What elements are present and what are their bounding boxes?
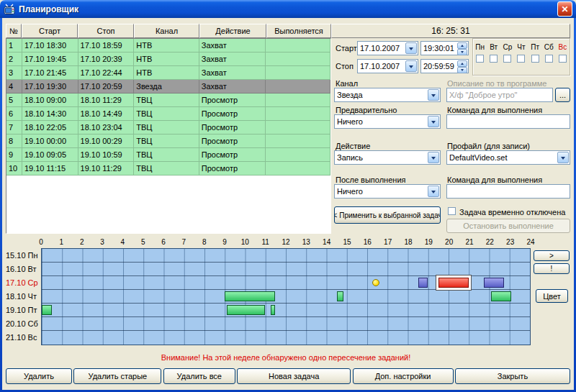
column-header[interactable]: №	[6, 24, 22, 38]
before-combo[interactable]: Ничего	[334, 114, 441, 129]
chevron-down-icon[interactable]	[428, 186, 439, 197]
task-bar-capture[interactable]	[418, 278, 428, 288]
task-row[interactable]: 618.10 14:3018.10 14:49ТВЦПросмотр	[6, 107, 330, 121]
hour-label: 22	[486, 238, 494, 246]
settings-button[interactable]: Доп. настройки	[353, 368, 454, 384]
timeline-row[interactable]	[42, 331, 530, 345]
delete-button[interactable]: Удалить	[6, 368, 72, 384]
task-cell: 19.10 11:29	[78, 162, 135, 176]
task-row[interactable]: 718.10 22:0518.10 23:04ТВЦПросмотр	[6, 121, 330, 135]
task-row[interactable]: 819.10 00:0019.10 00:29ТВЦПросмотр	[6, 135, 330, 148]
task-cell: Просмотр	[199, 135, 266, 148]
task-cell	[266, 162, 330, 176]
start-label: Старт	[336, 44, 357, 53]
task-cell: 17.10 21:45	[22, 66, 78, 80]
title-bar[interactable]: Планировщик ✕	[0, 0, 576, 18]
color-button[interactable]: Цвет	[536, 289, 568, 303]
task-bar-view[interactable]	[225, 291, 275, 301]
apply-button[interactable]: << Применить к выбранной задаче	[334, 206, 441, 224]
task-row[interactable]: 518.10 09:0018.10 11:29ТВЦПросмотр	[6, 94, 330, 107]
delete-all-button[interactable]: Удалить все	[163, 368, 235, 384]
task-bar-selected[interactable]	[438, 278, 469, 288]
spinner-up-icon[interactable]	[457, 60, 467, 67]
weekday-checkbox[interactable]	[559, 55, 567, 63]
task-row[interactable]: 317.10 21:4517.10 22:44НТВЗахват	[6, 66, 330, 80]
chevron-down-icon[interactable]	[557, 152, 569, 163]
stop-date-combo[interactable]: 17.10.2007	[357, 59, 418, 73]
task-row[interactable]: 417.10 19:3017.10 20:59ЗвездаЗахват	[6, 80, 330, 94]
spinner-down-icon[interactable]	[457, 67, 467, 73]
weekday-checkbox[interactable]	[490, 55, 498, 63]
browse-button[interactable]: ...	[555, 88, 570, 102]
task-cell: 18.10 09:00	[22, 94, 78, 107]
timeline-row[interactable]	[42, 263, 530, 276]
task-row[interactable]: 1019.10 11:1519.10 11:29ТВЦПросмотр	[6, 162, 330, 176]
command-after-field[interactable]	[446, 184, 570, 199]
task-row[interactable]: 117.10 18:3017.10 18:59НТВЗахват	[6, 39, 330, 53]
task-cell: 6	[6, 107, 22, 121]
task-bar-view[interactable]	[337, 291, 343, 301]
description-field[interactable]: Х/ф "Доброе утро"	[446, 88, 553, 102]
task-bar-capture[interactable]	[484, 278, 504, 288]
spinner-up-icon[interactable]	[457, 42, 467, 49]
weekday-label: Чт	[517, 43, 525, 51]
new-task-button[interactable]: Новая задача	[237, 368, 351, 384]
task-cell: 3	[6, 66, 22, 80]
task-cell: 17.10 18:30	[22, 39, 78, 53]
spinner-down-icon[interactable]	[457, 49, 467, 55]
hour-label: 12	[282, 238, 289, 246]
start-time-spinner[interactable]: 19:30:01	[420, 41, 469, 55]
profile-combo[interactable]: DefaultVideo.set	[446, 150, 570, 165]
chevron-down-icon[interactable]	[405, 42, 417, 54]
weekday-checkbox[interactable]	[476, 55, 484, 63]
task-cell: ТВЦ	[134, 162, 199, 176]
action-combo[interactable]: Запись	[334, 150, 441, 165]
hour-label: 11	[261, 238, 269, 246]
weekday-checkbox[interactable]	[545, 55, 553, 63]
task-cell	[266, 39, 330, 53]
conflict-jump-button[interactable]: !	[534, 263, 570, 274]
delete-old-button[interactable]: Удалить старые	[73, 368, 161, 384]
hour-label: 24	[526, 238, 534, 246]
task-bar-view[interactable]	[491, 291, 511, 301]
weekday-column: Ср	[500, 39, 514, 75]
task-bar-view[interactable]	[42, 305, 52, 315]
close-window-button[interactable]: Закрыть	[455, 368, 570, 384]
chevron-down-icon[interactable]	[405, 60, 417, 72]
task-bar-view[interactable]	[271, 305, 275, 315]
timeline-row[interactable]	[42, 317, 530, 331]
task-disabled-checkbox[interactable]	[448, 207, 456, 215]
timeline-row[interactable]	[42, 249, 530, 263]
channel-combo[interactable]: Звезда	[334, 88, 441, 102]
weekday-checkbox[interactable]	[531, 55, 539, 63]
hour-label: 7	[182, 238, 186, 246]
column-header[interactable]: Действие	[199, 24, 266, 38]
timeline-row[interactable]	[42, 304, 530, 317]
command-before-field[interactable]	[446, 114, 570, 129]
timeline-row[interactable]	[42, 290, 530, 304]
scroll-right-button[interactable]: >	[534, 250, 570, 261]
column-header[interactable]: Выполняется	[266, 24, 331, 38]
chevron-down-icon[interactable]	[428, 152, 439, 163]
task-list[interactable]: 117.10 18:3017.10 18:59НТВЗахват217.10 1…	[6, 38, 331, 234]
stop-time-spinner[interactable]: 20:59:59	[420, 59, 469, 73]
weekday-checkbox[interactable]	[503, 55, 511, 63]
task-cell: ТВЦ	[134, 107, 199, 121]
chevron-down-icon[interactable]	[428, 116, 439, 127]
current-time-marker	[372, 279, 379, 286]
weekday-column: Пн	[473, 39, 487, 75]
task-row[interactable]: 217.10 19:4517.10 20:39НТВЗахват	[6, 53, 330, 66]
after-combo[interactable]: Ничего	[334, 184, 441, 199]
task-bar-view[interactable]	[227, 305, 266, 315]
start-date-combo[interactable]: 17.10.2007	[357, 41, 418, 55]
close-button[interactable]: ✕	[557, 1, 572, 17]
column-header[interactable]: Стоп	[78, 24, 134, 38]
column-header[interactable]: Старт	[22, 24, 78, 38]
task-row[interactable]: 919.10 09:0519.10 10:59ТВЦПросмотр	[6, 148, 330, 162]
chevron-down-icon[interactable]	[428, 89, 439, 101]
column-header[interactable]: Канал	[134, 24, 199, 38]
task-disabled-label: Задача временно отключена	[459, 208, 565, 216]
timeline-row[interactable]	[42, 276, 530, 290]
weekday-checkbox[interactable]	[517, 55, 525, 63]
timeline-grid[interactable]	[41, 248, 531, 345]
